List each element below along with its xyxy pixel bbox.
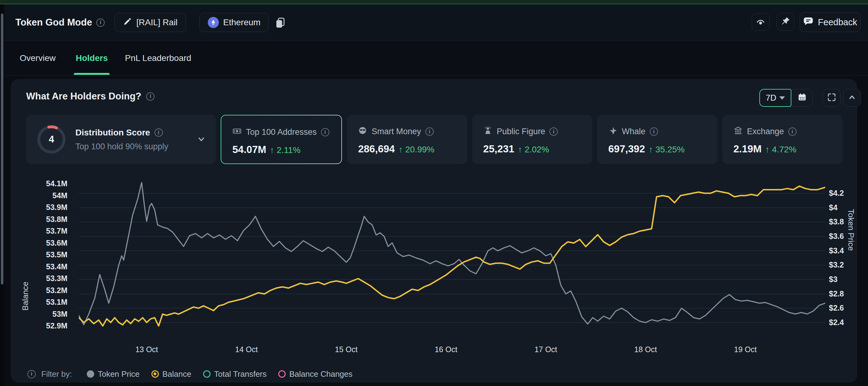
token-select-button[interactable]: [RAIL] Rail (115, 13, 186, 32)
tab-bar: Overview Holders PnL Leaderboard (4, 41, 868, 76)
time-range-group: 7D (760, 89, 813, 107)
y-axis-tick-right: $3.4 (829, 246, 868, 255)
range-value: 7D (766, 93, 777, 103)
x-axis-tick: 19 Oct (724, 345, 767, 354)
info-icon[interactable]: i (550, 127, 558, 136)
fullscreen-button[interactable] (823, 89, 841, 107)
info-icon[interactable]: i (96, 19, 105, 27)
info-icon[interactable]: i (321, 128, 329, 136)
stat-tile-value: 54.07M (232, 144, 266, 155)
network-select-button[interactable]: Ethereum (199, 13, 269, 32)
stat-tile-change: ↑ 2.02% (518, 145, 549, 154)
y-axis-tick-left: 53.2M (13, 286, 67, 295)
page-title: Token God Mode (16, 17, 92, 28)
tab-overview[interactable]: Overview (20, 41, 56, 76)
y-axis-tick-left: 53.7M (13, 227, 67, 236)
y-axis-tick-left: 53.3M (13, 274, 67, 283)
stat-tile-header: Whalei (608, 126, 658, 137)
stat-tile-smart-money[interactable]: Smart Moneyi286,694↑ 20.99% (347, 115, 467, 164)
info-icon[interactable]: i (155, 128, 163, 137)
left-scrollbar-track[interactable] (0, 4, 4, 386)
legend-marker (151, 370, 159, 378)
panel-title-row: What Are Holders Doing? i (26, 87, 155, 106)
stat-tile-inner: Top 100 Addressesi54.07M↑ 2.11% (221, 115, 341, 164)
stat-tile-exchange[interactable]: Exchangei2.19M↑ 4.72% (722, 115, 842, 164)
stat-tile-value: 25,231 (483, 143, 514, 155)
stat-tile-value-row: 25,231↑ 2.02% (483, 143, 549, 155)
scrollbar-thumb[interactable] (1, 13, 3, 285)
stat-tile-value-row: 2.19M↑ 4.72% (734, 143, 797, 155)
stat-tile-whale[interactable]: Whalei697,392↑ 35.25% (597, 115, 717, 164)
pencil-icon (123, 17, 132, 28)
distribution-title: Distribution Score (75, 128, 150, 138)
x-axis-tick: 17 Oct (524, 345, 567, 354)
eye-icon (755, 16, 766, 28)
info-icon[interactable]: i (425, 127, 434, 136)
top-accent-bar (0, 0, 868, 4)
copy-icon[interactable] (274, 17, 286, 29)
stat-tile-value: 2.19M (734, 143, 762, 155)
y-axis-tick-left: 53.5M (13, 250, 67, 259)
y-axis-tick-right: $4 (829, 203, 868, 212)
pin-button[interactable] (777, 13, 795, 31)
stat-tile-change: ↑ 20.99% (399, 145, 435, 154)
whale-icon (608, 126, 617, 137)
y-axis-tick-left: 54M (13, 191, 67, 200)
stat-tile-value-row: 286,694↑ 20.99% (358, 143, 434, 155)
feedback-label: Feedback (818, 17, 857, 27)
banknote-icon (232, 126, 242, 138)
y-axis-tick-left: 54.1M (13, 179, 67, 188)
info-icon[interactable]: i (788, 127, 797, 136)
stat-tile-label: Public Figure (497, 127, 546, 136)
y-axis-tick-right: $4.2 (829, 189, 868, 198)
collapse-button[interactable] (843, 89, 861, 107)
stat-tile-value: 286,694 (358, 143, 395, 155)
holders-chart[interactable] (79, 173, 825, 351)
token-price-line (79, 182, 825, 325)
stat-tile-top-100-addresses[interactable]: Top 100 Addressesi54.07M↑ 2.11% (221, 115, 342, 164)
info-icon[interactable]: i (650, 127, 658, 136)
ethereum-icon (208, 17, 219, 28)
y-axis-tick-right: $3 (829, 275, 868, 284)
watch-button[interactable] (752, 13, 770, 31)
stat-tile-change: ↑ 4.72% (765, 145, 796, 154)
stat-tile-header: Exchangei (734, 126, 797, 137)
legend-item-balance[interactable]: Balance (151, 369, 191, 379)
legend-item-token-price[interactable]: Token Price (87, 369, 140, 379)
y-axis-tick-left: 53.1M (13, 298, 67, 306)
range-selector[interactable]: 7D (760, 89, 792, 107)
legend-label: Token Price (98, 369, 140, 379)
stat-tile-public-figure[interactable]: Public Figurei25,231↑ 2.02% (472, 115, 592, 164)
y-axis-tick-left: 52.9M (13, 321, 67, 330)
filter-legend-row: i Filter by: Token PriceBalanceTotal Tra… (27, 368, 352, 380)
stat-tile-label: Whale (622, 127, 646, 136)
stat-tile-inner: Smart Moneyi286,694↑ 20.99% (347, 115, 467, 164)
info-icon[interactable]: i (27, 370, 36, 378)
token-god-mode-page: Token God Mode i [RAIL] Rail Ethereum (0, 0, 868, 386)
tab-holders[interactable]: Holders (76, 41, 108, 76)
y-axis-tick-right: $2.8 (829, 289, 868, 298)
speech-bubble-icon (803, 16, 813, 29)
distribution-score-tile[interactable]: 4 Distribution Score i Top 100 hold 90% … (26, 115, 216, 164)
x-axis-tick: 16 Oct (425, 345, 468, 354)
y-axis-tick-left: 53.4M (13, 262, 67, 271)
stat-tile-header: Public Figurei (483, 126, 558, 137)
x-axis-tick: 14 Oct (225, 345, 268, 354)
y-axis-tick-left: 53.8M (13, 215, 67, 224)
exchange-icon (734, 126, 743, 137)
feedback-button[interactable]: Feedback (800, 12, 861, 32)
calendar-button[interactable] (792, 89, 813, 107)
filter-by-label: Filter by: (41, 369, 72, 379)
info-icon[interactable]: i (146, 92, 155, 101)
stat-tile-header: Top 100 Addressesi (232, 126, 329, 138)
stat-tile-inner: Whalei697,392↑ 35.25% (597, 115, 717, 164)
legend-label: Balance Changes (289, 369, 352, 379)
chevron-down-icon[interactable] (196, 134, 207, 146)
y-axis-tick-left: 53.9M (13, 203, 67, 212)
tab-pnl-leaderboard[interactable]: PnL Leaderboard (125, 41, 191, 76)
legend-item-total-transfers[interactable]: Total Transfers (203, 369, 267, 379)
distribution-subtitle: Top 100 hold 90% supply (75, 142, 168, 151)
legend-item-balance-changes[interactable]: Balance Changes (278, 369, 352, 379)
stat-tile-change: ↑ 2.11% (270, 145, 301, 155)
distribution-gauge: 4 (35, 123, 67, 155)
